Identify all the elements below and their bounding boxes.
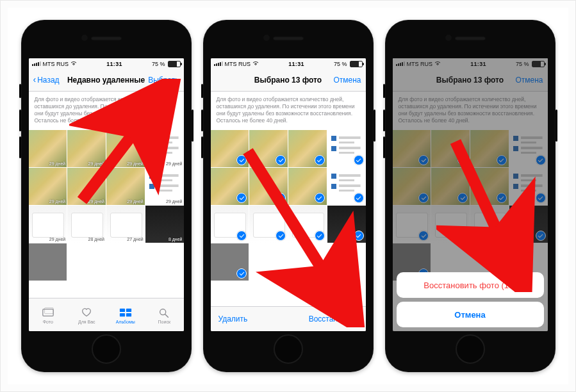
mute-switch	[383, 84, 385, 98]
phone-camera	[263, 35, 270, 41]
chevron-left-icon: ‹	[33, 75, 37, 84]
sheet-cancel-label: Отмена	[454, 310, 485, 320]
check-icon	[315, 193, 325, 203]
search-icon	[158, 307, 170, 318]
back-label: Назад	[37, 76, 59, 85]
thumb[interactable]	[211, 206, 249, 243]
nav-bar: Выбрано 13 фото Отмена	[211, 69, 366, 92]
volume-down	[201, 136, 203, 158]
wifi-icon	[252, 61, 259, 67]
screen-2: MTS RUS 11:31 75 % Выбрано 13 фото Отмен…	[211, 58, 366, 331]
sheet-cancel-button[interactable]: Отмена	[397, 302, 544, 327]
check-icon	[236, 193, 247, 203]
phone-speaker	[273, 37, 304, 40]
clock-label: 11:31	[261, 61, 332, 67]
thumb[interactable]	[211, 243, 249, 281]
page-title: Выбрано 13 фото	[249, 76, 328, 85]
thumb[interactable]	[327, 130, 366, 167]
thumb[interactable]: 28 дней	[67, 206, 106, 243]
thumb[interactable]: 29 дней	[106, 168, 145, 205]
days-badge: 29 дней	[127, 199, 143, 204]
svg-rect-5	[126, 313, 131, 316]
tab-label: Для Вас	[78, 320, 95, 324]
back-button[interactable]: ‹ Назад	[33, 76, 67, 85]
power-button	[374, 110, 375, 142]
thumb[interactable]: 29 дней	[145, 130, 184, 167]
delete-button[interactable]: Удалить	[218, 314, 248, 323]
stage: MTS RUS 11:31 75 % ‹ Назад Недавно удале…	[12, 13, 564, 379]
thumb[interactable]	[249, 168, 288, 205]
status-bar: MTS RUS 11:31 75 %	[211, 58, 366, 69]
days-badge: 29 дней	[49, 237, 65, 241]
svg-line-7	[165, 314, 169, 317]
home-button[interactable]	[92, 334, 121, 364]
thumb[interactable]	[288, 206, 327, 243]
thumb[interactable]: 29 дней	[29, 168, 67, 205]
thumb[interactable]: 27 дней	[106, 206, 145, 243]
info-text: Для фото и видео отображается количество…	[29, 92, 184, 130]
thumb[interactable]: 29 дней	[67, 130, 106, 167]
thumb[interactable]: 29 дней	[106, 130, 145, 167]
svg-rect-4	[120, 313, 125, 316]
signal-icon	[214, 61, 223, 66]
recover-button[interactable]: Восстановить	[309, 314, 358, 323]
svg-rect-3	[126, 308, 131, 311]
power-button	[192, 110, 193, 142]
check-icon	[236, 231, 247, 241]
thumb[interactable]	[327, 168, 366, 205]
check-icon	[354, 155, 364, 165]
phone-1: MTS RUS 11:31 75 % ‹ Назад Недавно удале…	[21, 20, 192, 372]
tab-label: Поиск	[158, 320, 170, 324]
recover-photos-button[interactable]: Восстановить фото (13)	[397, 272, 544, 298]
select-button[interactable]: Выбрать	[146, 76, 179, 85]
thumb[interactable]: 29 дней	[67, 168, 106, 205]
home-button[interactable]	[274, 334, 303, 364]
check-icon	[276, 231, 286, 241]
cancel-button[interactable]: Отмена	[328, 76, 361, 85]
wifi-icon	[70, 61, 77, 67]
thumb[interactable]: 8 дней	[145, 206, 184, 243]
page-title: Недавно удаленные	[67, 76, 146, 85]
check-icon	[276, 155, 286, 165]
svg-rect-2	[120, 308, 125, 311]
screen-1: MTS RUS 11:31 75 % ‹ Назад Недавно удале…	[29, 58, 184, 331]
volume-down	[383, 136, 385, 158]
volume-up	[201, 110, 203, 131]
battery-icon	[168, 61, 181, 67]
phone-2: MTS RUS 11:31 75 % Выбрано 13 фото Отмен…	[203, 20, 374, 372]
thumb[interactable]	[327, 206, 366, 243]
thumb[interactable]: 29 дней	[145, 168, 184, 205]
thumb[interactable]	[249, 130, 288, 167]
phone-camera	[445, 35, 452, 41]
thumb[interactable]	[211, 168, 249, 205]
photo-grid[interactable]: 29 дней 29 дней 29 дней 29 дней 29 дней …	[29, 130, 184, 298]
tab-search[interactable]: Поиск	[151, 307, 177, 324]
thumb[interactable]	[249, 206, 288, 243]
photo-grid[interactable]	[211, 130, 366, 306]
thumb[interactable]	[288, 168, 327, 205]
thumb[interactable]: 29 дней	[29, 130, 67, 167]
thumb[interactable]	[211, 130, 249, 167]
volume-up	[383, 110, 385, 131]
recover-photos-label: Восстановить фото (13)	[424, 281, 516, 290]
phone-speaker	[91, 37, 122, 40]
home-button[interactable]	[456, 334, 485, 364]
thumb[interactable]	[288, 130, 327, 167]
tab-albums[interactable]: Альбомы	[113, 307, 138, 324]
heart-icon	[80, 307, 93, 318]
check-icon	[315, 155, 325, 165]
days-badge: 29 дней	[166, 199, 182, 204]
check-icon	[354, 231, 364, 241]
days-badge: 8 дней	[169, 237, 183, 241]
carrier-label: MTS RUS	[225, 61, 251, 67]
days-badge: 29 дней	[166, 161, 182, 166]
thumb[interactable]	[29, 243, 67, 281]
thumb[interactable]: 29 дней	[29, 206, 67, 243]
tab-photos[interactable]: Фото	[35, 307, 61, 324]
tab-foryou[interactable]: Для Вас	[74, 307, 99, 324]
bottom-toolbar: Удалить Восстановить	[211, 306, 366, 331]
clock-label: 11:31	[79, 61, 150, 67]
select-label: Выбрать	[148, 76, 179, 85]
carrier-label: MTS RUS	[43, 61, 69, 67]
check-icon	[354, 193, 364, 203]
